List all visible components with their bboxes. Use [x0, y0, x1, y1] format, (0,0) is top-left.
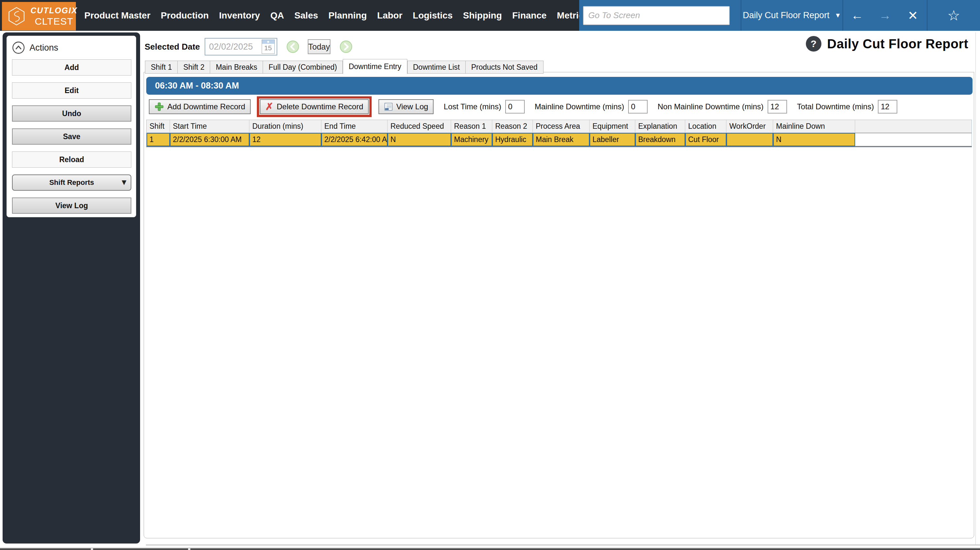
close-icon[interactable]: ✕	[899, 8, 927, 23]
cell-end-time[interactable]: 2/2/2025 6:42:00 AM	[321, 133, 388, 146]
column-header-location[interactable]: Location	[685, 120, 726, 133]
non-mainline-downtime-mins-label: Non Mainline Downtime (mins)	[658, 102, 764, 111]
tab-products-not-saved[interactable]: Products Not Saved	[466, 60, 544, 74]
tab-main-breaks[interactable]: Main Breaks	[210, 60, 263, 74]
bottom-strip-segment	[190, 548, 980, 550]
column-header-process-area[interactable]: Process Area	[533, 120, 590, 133]
column-header-reason-2[interactable]: Reason 2	[492, 120, 533, 133]
menu-item-shipping[interactable]: Shipping	[458, 0, 507, 31]
today-button[interactable]: Today	[308, 39, 331, 54]
menu-item-inventory[interactable]: Inventory	[214, 0, 265, 31]
cell-explanation[interactable]: Breakdown	[635, 133, 685, 146]
menu-item-production[interactable]: Production	[156, 0, 214, 31]
total-downtime-mins-input[interactable]	[878, 100, 897, 113]
selected-date-label: Selected Date	[145, 42, 200, 52]
cell-shift[interactable]: 1	[146, 133, 170, 146]
column-header-reason-1[interactable]: Reason 1	[451, 120, 492, 133]
cell-workorder[interactable]	[726, 133, 773, 146]
goto-screen-input[interactable]	[583, 6, 730, 25]
menu-item-labor[interactable]: Labor	[372, 0, 407, 31]
column-header-shift[interactable]: Shift	[146, 120, 170, 133]
non-mainline-downtime-mins-field: Non Mainline Downtime (mins)	[658, 100, 787, 113]
cell-duration-mins[interactable]: 12	[250, 133, 321, 146]
page-title-row: ? Daily Cut Floor Report	[806, 36, 968, 52]
window-right-edge	[975, 32, 976, 545]
save-button[interactable]: Save	[12, 129, 131, 145]
edit-button[interactable]: Edit	[12, 83, 131, 99]
table-row[interactable]: 12/2/2025 6:30:00 AM122/2/2025 6:42:00 A…	[146, 133, 972, 146]
star-icon[interactable]: ☆	[947, 7, 960, 24]
tab-bar: Shift 1Shift 2Main BreaksFull Day (Combi…	[145, 58, 544, 74]
add-button[interactable]: Add	[12, 59, 131, 76]
calendar-icon[interactable]: 15	[262, 40, 275, 54]
delete-downtime-record-button[interactable]: ✗ Delete Downtime Record	[260, 99, 369, 114]
grid-header-row: ShiftStart TimeDuration (mins)End TimeRe…	[146, 120, 972, 133]
menu-item-product-master[interactable]: Product Master	[79, 0, 156, 31]
cell-equipment[interactable]: Labeller	[590, 133, 635, 146]
view-log-button[interactable]: View Log	[12, 197, 131, 214]
reload-button[interactable]: Reload	[12, 151, 131, 168]
column-header-start-time[interactable]: Start Time	[170, 120, 250, 133]
column-header-reduced-speed[interactable]: Reduced Speed	[388, 120, 451, 133]
button-label: Edit	[65, 86, 78, 95]
cell-reason-1[interactable]: Machinery	[451, 133, 492, 146]
back-icon[interactable]: ←	[843, 8, 871, 22]
chevron-down-icon: ▼	[835, 12, 841, 19]
tab-full-day-combined[interactable]: Full Day (Combined)	[263, 60, 343, 74]
next-day-button[interactable]	[339, 40, 353, 53]
cell-start-time[interactable]: 2/2/2025 6:30:00 AM	[170, 133, 250, 146]
column-header-explanation[interactable]: Explanation	[635, 120, 685, 133]
downtime-grid: ShiftStart TimeDuration (mins)End TimeRe…	[146, 120, 972, 147]
red-x-icon: ✗	[265, 102, 274, 111]
menu-item-sales[interactable]: Sales	[289, 0, 323, 31]
tab-downtime-list[interactable]: Downtime List	[407, 60, 466, 74]
date-input[interactable]: 02/02/2025 15	[205, 38, 277, 56]
calendar-icon-day: 15	[262, 44, 274, 52]
tab-downtime-entry[interactable]: Downtime Entry	[343, 59, 407, 74]
app-logo[interactable]: CUTLOGIX CLTEST	[2, 2, 76, 30]
cell-reduced-speed[interactable]: N	[388, 133, 451, 146]
cell-process-area[interactable]: Main Break	[533, 133, 590, 146]
cell-location[interactable]: Cut Floor	[685, 133, 726, 146]
forward-icon[interactable]: →	[871, 8, 899, 22]
button-label: View Log	[56, 201, 88, 210]
add-downtime-record-label: Add Downtime Record	[167, 102, 245, 111]
menu-item-finance[interactable]: Finance	[507, 0, 552, 31]
cell-mainline-down[interactable]: N	[773, 133, 855, 146]
calendar-icon-top	[262, 40, 274, 44]
menu-item-qa[interactable]: QA	[265, 0, 289, 31]
lost-time-mins-input[interactable]	[505, 100, 525, 113]
view-log-button[interactable]: View Log	[379, 99, 434, 114]
mainline-downtime-mins-field: Mainline Downtime (mins)	[535, 100, 648, 113]
column-header-end-time[interactable]: End Time	[321, 120, 388, 133]
bottom-strip-segment	[93, 548, 188, 550]
column-header-equipment[interactable]: Equipment	[590, 120, 635, 133]
shift-reports-button[interactable]: Shift Reports▾	[12, 175, 131, 191]
downtime-toolbar: Add Downtime Record ✗ Delete Downtime Re…	[146, 98, 972, 116]
column-header-workorder[interactable]: WorkOrder	[726, 120, 773, 133]
tab-shift-2[interactable]: Shift 2	[178, 60, 210, 74]
cell-reason-2[interactable]: Hydraulic	[492, 133, 533, 146]
help-icon[interactable]: ?	[806, 36, 821, 52]
previous-day-button[interactable]	[286, 40, 299, 53]
green-arrow-right-icon	[339, 40, 353, 53]
grid-body: 12/2/2025 6:30:00 AM122/2/2025 6:42:00 A…	[146, 133, 972, 146]
actions-title: Actions	[30, 43, 58, 53]
actions-header: Actions	[7, 36, 136, 54]
column-header-mainline-down[interactable]: Mainline Down	[773, 120, 855, 133]
non-mainline-downtime-mins-input[interactable]	[768, 100, 787, 113]
undo-button[interactable]: Undo	[12, 105, 131, 122]
logo-subtitle: CLTEST	[30, 16, 78, 27]
mainline-downtime-mins-input[interactable]	[628, 100, 648, 113]
menu-item-planning[interactable]: Planning	[323, 0, 372, 31]
cutlogix-logo-icon	[6, 6, 27, 27]
collapse-chevron-up-icon[interactable]	[12, 41, 25, 54]
tab-shift-1[interactable]: Shift 1	[145, 60, 178, 74]
add-downtime-record-button[interactable]: Add Downtime Record	[149, 99, 251, 114]
mainline-downtime-mins-label: Mainline Downtime (mins)	[535, 102, 624, 111]
column-header-duration-mins[interactable]: Duration (mins)	[250, 120, 321, 133]
screen-dropdown[interactable]: Daily Cut Floor Report ▼	[741, 10, 843, 21]
tab-content-panel: 06:30 AM - 08:30 AM Add Downtime Record …	[144, 72, 974, 538]
logo-text: CUTLOGIX CLTEST	[30, 6, 78, 27]
menu-item-logistics[interactable]: Logistics	[407, 0, 458, 31]
